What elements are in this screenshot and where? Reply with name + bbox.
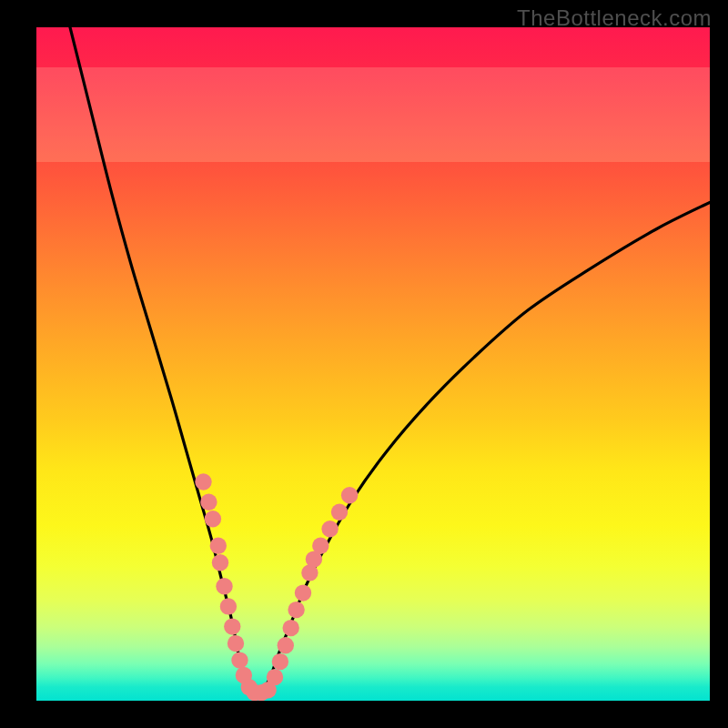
chart-frame: TheBottleneck.com <box>0 0 728 728</box>
dot-group <box>195 473 358 701</box>
data-dot <box>278 637 294 653</box>
data-dot <box>341 487 358 503</box>
data-dot <box>212 554 228 571</box>
curve-layer <box>36 27 710 701</box>
data-dot <box>267 669 283 685</box>
data-dot <box>228 635 244 652</box>
data-dot <box>231 652 248 668</box>
data-dot <box>283 620 299 636</box>
data-dot <box>331 504 348 521</box>
data-dot <box>321 521 338 537</box>
bottleneck-curve-path <box>70 27 710 695</box>
plot-area <box>36 27 710 701</box>
data-dot <box>195 473 211 490</box>
data-dot <box>216 578 232 594</box>
data-dot <box>205 511 221 527</box>
data-dot <box>224 618 240 634</box>
data-dot <box>295 584 311 601</box>
data-dot <box>200 494 217 511</box>
data-dot <box>272 653 288 670</box>
data-dot <box>220 598 237 614</box>
data-dot <box>312 538 329 554</box>
data-dot <box>210 538 227 554</box>
data-dot <box>288 602 304 618</box>
